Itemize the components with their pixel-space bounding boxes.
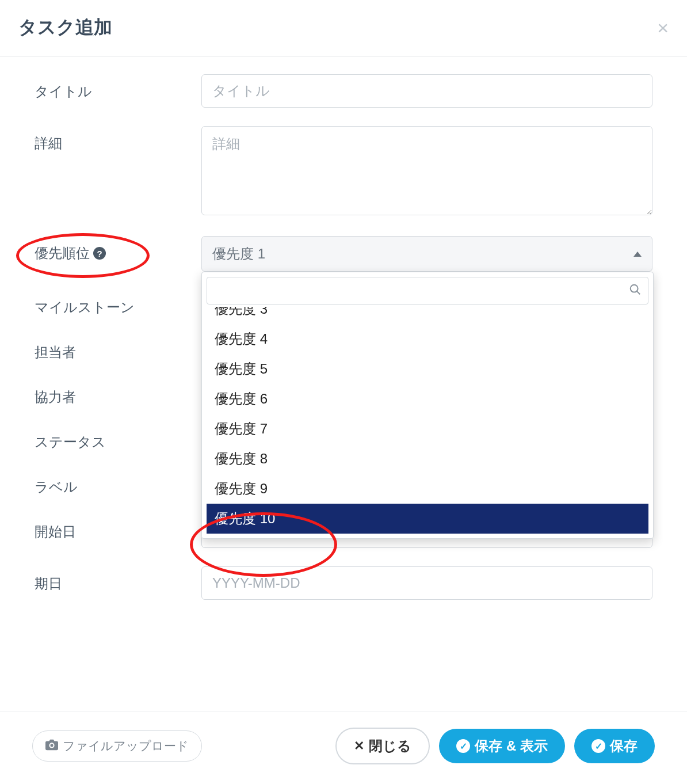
title-input[interactable]: [201, 74, 652, 108]
save-button[interactable]: ✓ 保存: [574, 729, 655, 763]
priority-option[interactable]: 優先度 6: [207, 384, 648, 414]
modal-footer: ファイルアップロード ✕ 閉じる ✓ 保存 & 表示 ✓ 保存: [0, 711, 687, 784]
label-assignee: 担当者: [35, 335, 201, 361]
label-due-date: 期日: [35, 566, 201, 593]
priority-option[interactable]: 優先度 9: [207, 474, 648, 504]
detail-textarea[interactable]: [201, 126, 652, 215]
check-circle-icon: ✓: [591, 739, 605, 753]
due-date-input[interactable]: [201, 566, 652, 600]
file-upload-label: ファイルアップロード: [63, 738, 189, 754]
priority-option[interactable]: 優先度 5: [207, 354, 648, 384]
check-circle-icon: ✓: [456, 739, 470, 753]
modal-header: タスク追加 ×: [0, 0, 687, 57]
label-priority-text: 優先順位: [35, 244, 90, 262]
label-start-date: 開始日: [35, 515, 201, 541]
file-upload-button[interactable]: ファイルアップロード: [32, 730, 202, 762]
row-title: タイトル: [35, 74, 652, 108]
svg-point-0: [631, 285, 638, 292]
caret-up-icon: [633, 252, 642, 257]
save-and-show-button[interactable]: ✓ 保存 & 表示: [439, 729, 565, 763]
modal-title: タスク追加: [18, 15, 112, 40]
priority-select[interactable]: 優先度 1: [201, 236, 652, 272]
priority-selected-value: 優先度 1: [212, 245, 265, 263]
close-icon[interactable]: ×: [657, 18, 669, 37]
search-icon: [629, 283, 642, 298]
close-button-label: 閉じる: [369, 737, 411, 755]
label-collaborator: 協力者: [35, 380, 201, 406]
priority-option[interactable]: 優先度 8: [207, 444, 648, 474]
label-detail: 詳細: [35, 126, 201, 153]
close-button[interactable]: ✕ 閉じる: [335, 728, 430, 764]
camera-icon: [45, 739, 58, 753]
row-detail: 詳細: [35, 126, 652, 218]
priority-option[interactable]: 優先度 4: [207, 324, 648, 354]
help-icon[interactable]: ?: [93, 247, 106, 260]
label-status: ステータス: [35, 425, 201, 451]
priority-search-input[interactable]: [207, 277, 648, 305]
row-priority: 優先順位 ? 優先度 1 優先度 3: [35, 236, 652, 272]
svg-line-1: [637, 291, 640, 294]
save-label: 保存: [610, 737, 638, 755]
priority-option[interactable]: 優先度 3: [207, 307, 648, 324]
x-icon: ✕: [354, 739, 364, 753]
priority-option-list[interactable]: 優先度 3 優先度 4 優先度 5 優先度 6 優先度 7 優先度 8 優先度 …: [207, 307, 648, 534]
label-milestone: マイルストーン: [35, 290, 201, 317]
modal-body: タイトル 詳細 優先順位 ? 優先度 1: [0, 57, 687, 711]
label-priority: 優先順位 ?: [35, 236, 201, 262]
add-task-modal: タスク追加 × タイトル 詳細 優先順位 ? 優先度 1: [0, 0, 687, 784]
label-label: ラベル: [35, 470, 201, 496]
label-title: タイトル: [35, 74, 201, 101]
priority-option-highlighted[interactable]: 優先度 10: [207, 504, 648, 534]
row-due-date: 期日: [35, 566, 652, 600]
priority-dropdown-panel: 優先度 3 優先度 4 優先度 5 優先度 6 優先度 7 優先度 8 優先度 …: [201, 272, 654, 539]
priority-option[interactable]: 優先度 7: [207, 414, 648, 444]
save-show-label: 保存 & 表示: [475, 737, 548, 755]
